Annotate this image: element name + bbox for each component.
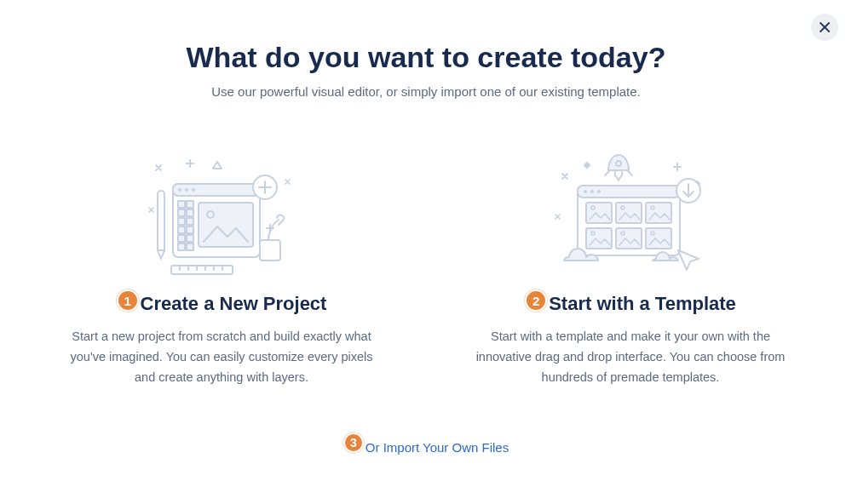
svg-rect-17 bbox=[187, 218, 193, 225]
close-icon bbox=[819, 21, 831, 33]
svg-rect-14 bbox=[178, 209, 185, 216]
svg-rect-20 bbox=[178, 235, 185, 242]
option-description: Start with a template and make it your o… bbox=[464, 327, 797, 388]
close-button[interactable] bbox=[811, 14, 838, 41]
option-title: Create a New Project bbox=[141, 293, 327, 315]
option-title-row: 2 Start with a Template bbox=[525, 293, 736, 315]
option-create-new-project[interactable]: 1 Create a New Project Start a new proje… bbox=[55, 150, 388, 388]
svg-rect-12 bbox=[178, 201, 185, 208]
option-title-row: 1 Create a New Project bbox=[117, 293, 327, 315]
svg-rect-21 bbox=[187, 235, 193, 242]
svg-point-40 bbox=[584, 190, 587, 193]
svg-rect-23 bbox=[187, 243, 193, 250]
footer: 3 Or Import Your Own Files bbox=[0, 438, 852, 458]
svg-point-41 bbox=[590, 190, 594, 193]
modal-title: What do you want to create today? bbox=[0, 41, 852, 74]
svg-rect-22 bbox=[178, 243, 185, 250]
new-project-illustration bbox=[55, 150, 388, 278]
svg-rect-15 bbox=[187, 209, 193, 216]
svg-point-42 bbox=[597, 190, 601, 193]
svg-rect-18 bbox=[178, 226, 185, 233]
option-start-with-template[interactable]: 2 Start with a Template Start with a tem… bbox=[464, 150, 797, 388]
svg-point-10 bbox=[185, 188, 188, 192]
svg-rect-13 bbox=[187, 201, 193, 208]
step-badge-2: 2 bbox=[525, 289, 547, 312]
svg-rect-29 bbox=[260, 240, 280, 261]
svg-rect-19 bbox=[187, 226, 193, 233]
option-description: Start a new project from scratch and bui… bbox=[55, 327, 388, 388]
svg-point-11 bbox=[192, 188, 195, 192]
svg-rect-16 bbox=[178, 218, 185, 225]
modal-header: What do you want to create today? Use ou… bbox=[0, 0, 852, 99]
svg-point-9 bbox=[178, 188, 181, 192]
svg-rect-24 bbox=[199, 203, 253, 247]
modal-subtitle: Use our powerful visual editor, or simpl… bbox=[0, 84, 852, 99]
step-badge-1: 1 bbox=[117, 289, 139, 312]
step-badge-3: 3 bbox=[343, 432, 364, 453]
import-files-link[interactable]: Or Import Your Own Files bbox=[366, 440, 509, 455]
options-container: 1 Create a New Project Start a new proje… bbox=[0, 150, 852, 388]
template-illustration bbox=[464, 150, 797, 278]
option-title: Start with a Template bbox=[549, 293, 736, 315]
